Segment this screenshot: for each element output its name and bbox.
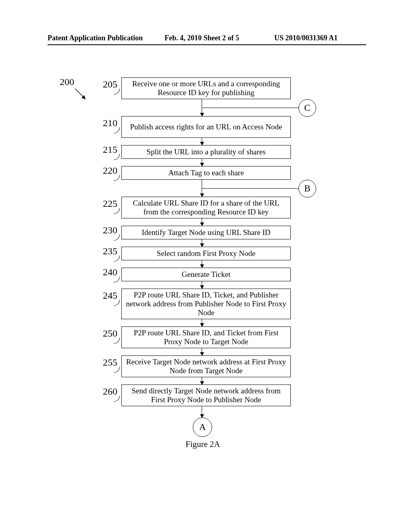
step-label-255: 255: [103, 357, 117, 368]
flow-box-text: Identify Target Node using URL Share ID: [142, 228, 270, 237]
step-label-245: 245: [103, 290, 117, 301]
step-label-220: 220: [103, 165, 117, 176]
flow-box-215: Split the URL into a plurality of shares: [121, 145, 291, 159]
step-label-230: 230: [103, 225, 117, 236]
flow-arrow-down-icon: [202, 281, 202, 289]
label-tick-icon: [114, 127, 120, 133]
label-tick-icon: [114, 338, 120, 344]
figure-reference-200: 200: [60, 77, 74, 87]
label-tick-icon: [114, 256, 120, 262]
flow-box-225: Calculate URL Share ID for a share of th…: [121, 197, 291, 218]
flow-box-text: Split the URL into a plurality of shares: [146, 148, 265, 156]
flow-connector-line: [202, 188, 299, 189]
connector-b: B: [298, 180, 316, 197]
step-label-250: 250: [103, 328, 117, 339]
flow-box-text: Generate Ticket: [182, 270, 231, 279]
step-label-240: 240: [103, 267, 117, 278]
connector-a: A: [193, 418, 212, 437]
flow-arrow-down-icon: [202, 319, 202, 326]
label-tick-icon: [114, 367, 120, 373]
flow-box-255: Receive Target Node network address at F…: [121, 355, 291, 377]
flow-arrow-down-icon: [202, 239, 202, 247]
step-label-225: 225: [103, 198, 117, 209]
flow-box-text: Receive Target Node network address at F…: [126, 357, 286, 375]
flow-box-205: Receive one or more URLs and a correspon…: [121, 77, 291, 99]
step-label-205: 205: [103, 79, 117, 90]
flow-box-text: Receive one or more URLs and a correspon…: [126, 79, 286, 97]
flow-box-text: Attach Tag to each share: [168, 168, 244, 177]
flow-box-210: Publish access rights for an URL on Acce…: [121, 116, 291, 138]
figure-ref-arrow-icon: [74, 88, 90, 104]
label-tick-icon: [114, 208, 120, 214]
label-tick-icon: [114, 154, 120, 160]
step-label-260: 260: [103, 386, 117, 397]
header-publication-number: US 2010/0031369 A1: [274, 34, 338, 42]
label-tick-icon: [114, 235, 120, 241]
header-date-sheet: Feb. 4, 2010 Sheet 2 of 5: [165, 34, 239, 42]
step-label-235: 235: [103, 246, 117, 257]
connector-label: B: [304, 183, 310, 194]
connector-label: A: [199, 422, 206, 432]
flow-arrow-down-icon: [202, 138, 202, 145]
flow-box-235: Select random First Proxy Node: [121, 247, 291, 260]
header-publication-type: Patent Application Publication: [48, 34, 143, 42]
flow-box-245: P2P route URL Share ID, Ticket, and Publ…: [121, 289, 291, 319]
label-tick-icon: [114, 396, 120, 402]
flow-arrow-down-icon: [202, 218, 202, 226]
step-label-215: 215: [103, 144, 117, 155]
flow-box-240: Generate Ticket: [121, 268, 291, 281]
flow-box-220: Attach Tag to each share: [121, 166, 291, 180]
flow-box-text: Send directly Target Node network addres…: [126, 387, 286, 404]
connector-c: C: [298, 99, 316, 117]
flow-box-text: P2P route URL Share ID, Ticket, and Publ…: [126, 291, 286, 317]
step-label-210: 210: [103, 118, 117, 129]
flow-box-text: Select random First Proxy Node: [157, 249, 256, 258]
label-tick-icon: [114, 300, 120, 306]
flow-connector-line: [202, 108, 299, 108]
figure-caption: Figure 2A: [186, 439, 220, 449]
label-tick-icon: [114, 89, 120, 95]
flow-box-text: Publish access rights for an URL on Acce…: [130, 123, 282, 131]
flow-arrow-down-icon: [202, 348, 202, 355]
connector-label: C: [304, 103, 310, 113]
flow-arrow-down-icon: [202, 377, 202, 384]
flow-box-250: P2P route URL Share ID, and Ticket from …: [121, 326, 291, 348]
flow-box-text: P2P route URL Share ID, and Ticket from …: [126, 328, 286, 346]
flow-arrow-down-icon: [202, 406, 202, 418]
header-rule: [48, 44, 366, 45]
flow-arrow-down-icon: [202, 159, 202, 166]
label-tick-icon: [114, 175, 120, 181]
flow-arrow-down-icon: [202, 260, 202, 268]
flow-box-230: Identify Target Node using URL Share ID: [121, 226, 291, 239]
flow-box-text: Calculate URL Share ID for a share of th…: [126, 199, 286, 216]
flow-box-260: Send directly Target Node network addres…: [121, 384, 291, 406]
label-tick-icon: [114, 276, 120, 283]
